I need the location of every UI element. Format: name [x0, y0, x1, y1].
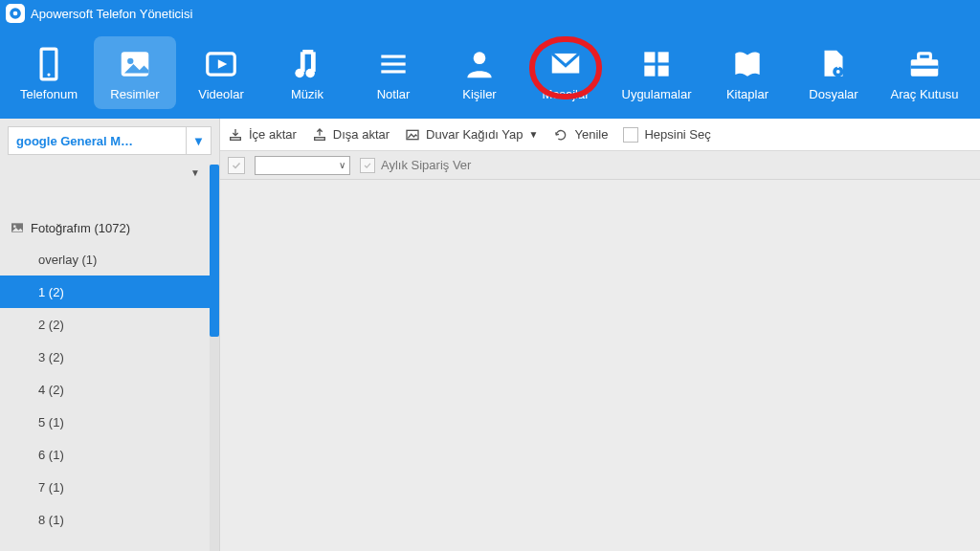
nav-label: Müzik: [291, 87, 323, 101]
check-icon: [231, 160, 242, 171]
files-icon: [815, 45, 852, 83]
nav-label: Mesajlar: [542, 87, 589, 101]
svg-rect-15: [658, 52, 669, 62]
tree-item[interactable]: 8 (1): [0, 503, 219, 536]
wallpaper-button[interactable]: Duvar Kağıdı Yap ▼: [405, 127, 538, 143]
nav-dosyalar[interactable]: Dosyalar: [792, 36, 875, 109]
music-icon: [289, 45, 325, 83]
svg-point-19: [836, 70, 840, 74]
tree-header[interactable]: Fotoğrafım (1072): [0, 212, 219, 243]
top-nav: Telefonum Resimler Videolar Müzik Notlar…: [0, 27, 980, 119]
toolbar-label: Dışa aktar: [333, 127, 390, 142]
books-icon: [729, 45, 766, 83]
nav-uygulamalar[interactable]: Uygulamalar: [611, 36, 702, 109]
svg-rect-26: [231, 137, 241, 140]
svg-point-7: [295, 68, 304, 77]
toolbar-label: Yenile: [574, 127, 608, 142]
nav-notlar[interactable]: Notlar: [352, 36, 434, 109]
tree-item[interactable]: 5 (1): [0, 406, 219, 438]
content-area: İçe aktar Dışa aktar Duvar Kağıdı Yap ▼ …: [220, 119, 980, 551]
tree-item[interactable]: 3 (2): [0, 341, 219, 373]
device-selector[interactable]: google General M… ▼: [8, 126, 212, 155]
select-all-button[interactable]: Hepsini Seç: [623, 127, 710, 143]
app-title: Apowersoft Telefon Yöneticisi: [31, 7, 192, 21]
main-area: google General M… ▼ ▼ Fotoğrafım (1072) …: [0, 119, 980, 551]
checkbox-icon: [623, 127, 638, 143]
device-name: google General M…: [16, 134, 133, 148]
tree-item-label: 5 (1): [38, 415, 64, 430]
nav-label: Videolar: [198, 87, 243, 101]
svg-point-8: [305, 68, 315, 77]
export-icon: [312, 127, 327, 143]
tree-item[interactable]: 4 (2): [0, 373, 219, 406]
notes-icon: [375, 45, 412, 83]
tree-item[interactable]: 7 (1): [0, 471, 219, 503]
thumbnail-viewport[interactable]: [220, 180, 980, 551]
svg-rect-27: [315, 137, 325, 140]
svg-rect-17: [658, 65, 669, 76]
toolbar-label: Duvar Kağıdı Yap: [426, 127, 523, 142]
nav-label: Resimler: [110, 87, 159, 101]
nav-label: Telefonum: [20, 87, 78, 101]
svg-point-5: [127, 57, 133, 63]
nav-muzik[interactable]: Müzik: [266, 36, 348, 109]
tree-item[interactable]: 6 (1): [0, 438, 219, 471]
sort-select[interactable]: ∨: [255, 156, 350, 175]
wallpaper-icon: [405, 127, 420, 143]
export-button[interactable]: Dışa aktar: [312, 127, 390, 143]
nav-label: Uygulamalar: [622, 87, 692, 101]
tree-item-label: 6 (1): [38, 448, 64, 462]
tree-item-label: 8 (1): [38, 513, 64, 527]
nav-videolar[interactable]: Videolar: [180, 36, 262, 109]
refresh-button[interactable]: Yenile: [553, 127, 608, 143]
apps-icon: [638, 45, 675, 83]
sidebar-collapse-toggle[interactable]: ▼: [0, 163, 219, 182]
checkbox-icon: [360, 158, 375, 173]
nav-kisiler[interactable]: Kişiler: [438, 36, 521, 109]
nav-label: Notlar: [377, 87, 411, 101]
nav-resimler[interactable]: Resimler: [94, 36, 176, 109]
nav-mesajlar[interactable]: Mesajlar: [524, 36, 607, 109]
import-button[interactable]: İçe aktar: [228, 127, 297, 143]
svg-point-12: [474, 52, 486, 64]
sidebar: google General M… ▼ ▼ Fotoğrafım (1072) …: [0, 119, 220, 551]
tree-item-label: 7 (1): [38, 480, 64, 495]
svg-point-1: [13, 11, 18, 16]
picture-icon: [117, 45, 153, 83]
svg-rect-16: [644, 65, 655, 76]
svg-point-25: [13, 225, 16, 228]
app-logo: [6, 4, 25, 23]
tree-item[interactable]: 1 (2): [0, 276, 219, 308]
nav-arackutusu[interactable]: Araç Kutusu: [879, 36, 970, 109]
monthly-order-toggle[interactable]: Aylık Sipariş Ver: [360, 158, 471, 173]
sidebar-scrollbar[interactable]: [210, 165, 219, 551]
select-all-checkbox[interactable]: [228, 157, 245, 174]
messages-icon: [547, 45, 584, 83]
svg-point-3: [47, 73, 50, 76]
refresh-icon: [553, 127, 568, 143]
svg-rect-22: [919, 53, 931, 58]
tree-item-label: overlay (1): [38, 253, 97, 267]
svg-rect-20: [837, 64, 839, 67]
nav-kitaplar[interactable]: Kitaplar: [706, 36, 789, 109]
svg-rect-11: [381, 70, 405, 73]
scrollbar-thumb[interactable]: [210, 165, 219, 337]
svg-rect-14: [644, 52, 655, 62]
svg-rect-23: [911, 65, 939, 68]
folder-tree: Fotoğrafım (1072) overlay (1)1 (2)2 (2)3…: [0, 212, 219, 536]
toolbar-label: İçe aktar: [249, 127, 297, 142]
tree-item-label: 2 (2): [38, 318, 64, 332]
video-icon: [203, 45, 239, 83]
tree-item-label: 4 (2): [38, 383, 64, 397]
chevron-down-icon: ▼: [190, 167, 200, 178]
tree-item[interactable]: 2 (2): [0, 308, 219, 341]
nav-label: Kitaplar: [726, 87, 768, 101]
tree-item-label: 1 (2): [38, 285, 64, 299]
tree-item-label: 3 (2): [38, 350, 64, 364]
check-icon: [363, 161, 372, 170]
import-icon: [228, 127, 243, 143]
toolbox-icon: [906, 45, 943, 83]
nav-telefonum[interactable]: Telefonum: [8, 36, 90, 109]
tree-item[interactable]: overlay (1): [0, 243, 219, 276]
title-bar: Apowersoft Telefon Yöneticisi: [0, 0, 980, 27]
